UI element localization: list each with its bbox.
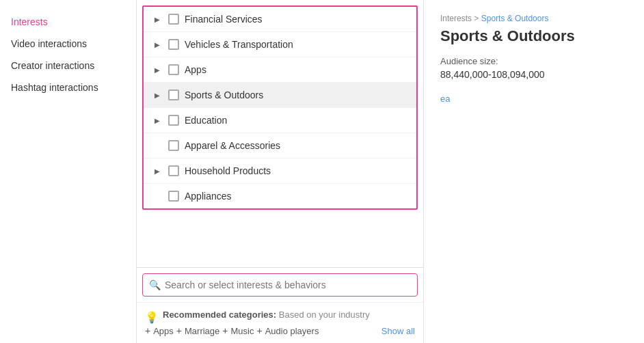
category-item-apparel[interactable]: ▶ Apparel & Accessories (144, 133, 416, 159)
label-apparel: Apparel & Accessories (185, 140, 280, 151)
expand-arrow-financial-services[interactable]: ▶ (152, 14, 163, 25)
category-item-apps[interactable]: ▶ Apps (144, 57, 416, 83)
category-item-financial-services[interactable]: ▶ Financial Services (144, 7, 416, 32)
tag-plus-music: + (222, 325, 228, 336)
category-item-appliances[interactable]: ▶ Appliances (144, 184, 416, 208)
expand-arrow-vehicles[interactable]: ▶ (152, 39, 163, 50)
tag-plus-audio: + (256, 325, 262, 336)
search-area: 🔍 (137, 267, 423, 302)
bulb-icon: 💡 (145, 311, 159, 324)
recommended-area: 💡 Recommended categories: Based on your … (137, 302, 423, 343)
checkbox-appliances[interactable] (168, 191, 179, 202)
label-vehicles: Vehicles & Transportation (185, 39, 293, 50)
audience-size: 88,440,000-108,094,000 (440, 69, 628, 80)
middle-panel: ▶ Financial Services ▶ Vehicles & Transp… (137, 0, 424, 343)
tag-audio-players[interactable]: Audio players (265, 326, 319, 336)
checkbox-household[interactable] (168, 165, 179, 176)
recommended-title: Recommended categories: Based on your in… (163, 310, 370, 320)
checkbox-financial-services[interactable] (168, 14, 179, 25)
search-wrapper: 🔍 (142, 273, 418, 297)
tag-music[interactable]: Music (231, 326, 254, 336)
label-appliances: Appliances (185, 191, 232, 202)
show-all-button[interactable]: Show all (381, 326, 415, 336)
reach-link[interactable]: ea (440, 94, 628, 104)
checkbox-education[interactable] (168, 115, 179, 126)
tag-plus-marriage: + (176, 325, 182, 336)
label-sports: Sports & Outdoors (185, 90, 263, 100)
checkbox-sports[interactable] (168, 90, 179, 100)
label-apps: Apps (185, 64, 206, 75)
category-item-sports-outdoors[interactable]: ▶ Sports & Outdoors (144, 83, 416, 108)
expand-arrow-household[interactable]: ▶ (152, 165, 163, 176)
sidebar-item-interests[interactable]: Interests (8, 11, 128, 33)
sidebar: Interests Video interactions Creator int… (0, 0, 137, 343)
detail-title: Sports & Outdoors (440, 27, 628, 45)
search-input[interactable] (142, 273, 418, 297)
right-panel: Interests > Sports & Outdoors Sports & O… (424, 0, 644, 343)
category-item-vehicles-transportation[interactable]: ▶ Vehicles & Transportation (144, 32, 416, 57)
breadcrumb: Interests > Sports & Outdoors (440, 14, 628, 23)
breadcrumb-prefix: Interests > (440, 14, 479, 23)
category-list: ▶ Financial Services ▶ Vehicles & Transp… (142, 5, 418, 210)
category-list-area: ▶ Financial Services ▶ Vehicles & Transp… (137, 0, 423, 267)
expand-arrow-sports[interactable]: ▶ (152, 90, 163, 100)
label-financial-services: Financial Services (185, 14, 263, 25)
sidebar-item-creator-interactions[interactable]: Creator interactions (8, 55, 128, 77)
sidebar-item-video-interactions[interactable]: Video interactions (8, 33, 128, 55)
recommended-tags: + Apps + Marriage + Music + Audio player… (145, 325, 415, 336)
category-item-household[interactable]: ▶ Household Products (144, 159, 416, 184)
tag-apps[interactable]: Apps (153, 326, 174, 336)
checkbox-vehicles[interactable] (168, 39, 179, 50)
tag-plus-apps: + (145, 325, 150, 336)
checkbox-apparel[interactable] (168, 140, 179, 151)
label-household: Household Products (185, 165, 271, 176)
audience-label: Audience size: (440, 56, 628, 66)
category-item-education[interactable]: ▶ Education (144, 108, 416, 133)
search-icon: 🔍 (149, 279, 161, 290)
breadcrumb-section[interactable]: Sports & Outdoors (481, 14, 549, 23)
sidebar-item-hashtag-interactions[interactable]: Hashtag interactions (8, 77, 128, 98)
expand-arrow-apps[interactable]: ▶ (152, 64, 163, 75)
label-education: Education (185, 115, 227, 126)
checkbox-apps[interactable] (168, 64, 179, 75)
expand-arrow-education[interactable]: ▶ (152, 115, 163, 126)
tag-marriage[interactable]: Marriage (185, 326, 219, 336)
